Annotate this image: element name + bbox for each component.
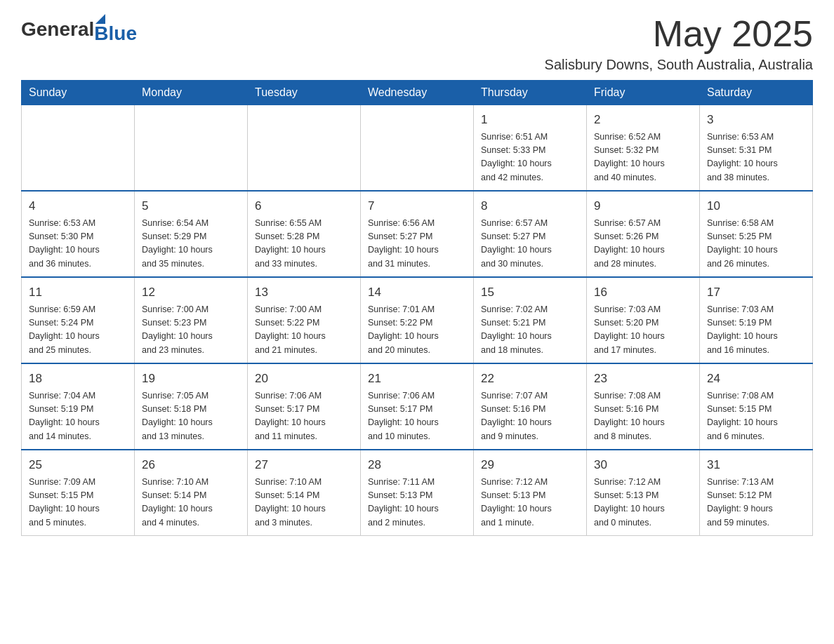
calendar-week-row: 4Sunrise: 6:53 AM Sunset: 5:30 PM Daylig…: [22, 191, 813, 277]
day-number: 18: [29, 370, 127, 388]
day-of-week-header: Wednesday: [361, 81, 474, 105]
day-sun-info: Sunrise: 6:59 AM Sunset: 5:24 PM Dayligh…: [29, 303, 127, 358]
day-sun-info: Sunrise: 7:03 AM Sunset: 5:19 PM Dayligh…: [707, 303, 805, 358]
calendar-day-cell: 11Sunrise: 6:59 AM Sunset: 5:24 PM Dayli…: [22, 277, 135, 363]
calendar-day-cell: [22, 105, 135, 192]
day-of-week-header: Sunday: [22, 81, 135, 105]
day-sun-info: Sunrise: 7:05 AM Sunset: 5:18 PM Dayligh…: [142, 389, 240, 444]
calendar-day-cell: 16Sunrise: 7:03 AM Sunset: 5:20 PM Dayli…: [587, 277, 700, 363]
calendar-day-cell: 14Sunrise: 7:01 AM Sunset: 5:22 PM Dayli…: [361, 277, 474, 363]
month-title: May 2025: [545, 14, 813, 54]
day-sun-info: Sunrise: 7:03 AM Sunset: 5:20 PM Dayligh…: [594, 303, 692, 358]
calendar-day-cell: 20Sunrise: 7:06 AM Sunset: 5:17 PM Dayli…: [248, 363, 361, 450]
day-number: 4: [29, 197, 127, 215]
day-number: 5: [142, 197, 240, 215]
day-sun-info: Sunrise: 7:00 AM Sunset: 5:22 PM Dayligh…: [255, 303, 353, 358]
calendar-day-cell: 17Sunrise: 7:03 AM Sunset: 5:19 PM Dayli…: [700, 277, 813, 363]
day-number: 23: [594, 370, 692, 388]
day-of-week-header: Tuesday: [248, 81, 361, 105]
day-number: 7: [368, 197, 466, 215]
day-sun-info: Sunrise: 7:06 AM Sunset: 5:17 PM Dayligh…: [368, 389, 466, 444]
calendar-week-row: 25Sunrise: 7:09 AM Sunset: 5:15 PM Dayli…: [22, 450, 813, 536]
day-of-week-header: Friday: [587, 81, 700, 105]
day-sun-info: Sunrise: 6:52 AM Sunset: 5:32 PM Dayligh…: [594, 130, 692, 185]
calendar-day-cell: 31Sunrise: 7:13 AM Sunset: 5:12 PM Dayli…: [700, 450, 813, 536]
day-sun-info: Sunrise: 7:10 AM Sunset: 5:14 PM Dayligh…: [255, 476, 353, 530]
calendar-day-cell: 19Sunrise: 7:05 AM Sunset: 5:18 PM Dayli…: [135, 363, 248, 450]
calendar-day-cell: [248, 105, 361, 192]
calendar-week-row: 1Sunrise: 6:51 AM Sunset: 5:33 PM Daylig…: [22, 105, 813, 192]
day-sun-info: Sunrise: 6:53 AM Sunset: 5:31 PM Dayligh…: [707, 130, 805, 185]
day-number: 10: [707, 197, 805, 215]
day-sun-info: Sunrise: 7:02 AM Sunset: 5:21 PM Dayligh…: [481, 303, 579, 358]
day-number: 14: [368, 283, 466, 302]
calendar-day-cell: 28Sunrise: 7:11 AM Sunset: 5:13 PM Dayli…: [361, 450, 474, 536]
day-sun-info: Sunrise: 7:11 AM Sunset: 5:13 PM Dayligh…: [368, 476, 466, 530]
calendar-day-cell: 24Sunrise: 7:08 AM Sunset: 5:15 PM Dayli…: [700, 363, 813, 450]
day-number: 22: [481, 370, 579, 388]
calendar-day-cell: 6Sunrise: 6:55 AM Sunset: 5:28 PM Daylig…: [248, 191, 361, 277]
day-sun-info: Sunrise: 7:01 AM Sunset: 5:22 PM Dayligh…: [368, 303, 466, 358]
day-number: 17: [707, 283, 805, 302]
day-number: 8: [481, 197, 579, 215]
day-sun-info: Sunrise: 7:12 AM Sunset: 5:13 PM Dayligh…: [594, 476, 692, 530]
day-sun-info: Sunrise: 7:04 AM Sunset: 5:19 PM Dayligh…: [29, 389, 127, 444]
day-number: 24: [707, 370, 805, 388]
calendar-day-cell: 26Sunrise: 7:10 AM Sunset: 5:14 PM Dayli…: [135, 450, 248, 536]
day-number: 13: [255, 283, 353, 302]
calendar-week-row: 18Sunrise: 7:04 AM Sunset: 5:19 PM Dayli…: [22, 363, 813, 450]
calendar-day-cell: 22Sunrise: 7:07 AM Sunset: 5:16 PM Dayli…: [474, 363, 587, 450]
calendar-day-cell: 29Sunrise: 7:12 AM Sunset: 5:13 PM Dayli…: [474, 450, 587, 536]
calendar-day-cell: 1Sunrise: 6:51 AM Sunset: 5:33 PM Daylig…: [474, 105, 587, 192]
day-number: 30: [594, 456, 692, 474]
calendar-day-cell: 15Sunrise: 7:02 AM Sunset: 5:21 PM Dayli…: [474, 277, 587, 363]
calendar-day-cell: 21Sunrise: 7:06 AM Sunset: 5:17 PM Dayli…: [361, 363, 474, 450]
calendar-day-cell: 3Sunrise: 6:53 AM Sunset: 5:31 PM Daylig…: [700, 105, 813, 192]
day-sun-info: Sunrise: 6:51 AM Sunset: 5:33 PM Dayligh…: [481, 130, 579, 185]
logo-blue-part: Blue: [94, 14, 137, 45]
day-sun-info: Sunrise: 7:06 AM Sunset: 5:17 PM Dayligh…: [255, 389, 353, 444]
day-number: 16: [594, 283, 692, 302]
calendar-day-cell: 10Sunrise: 6:58 AM Sunset: 5:25 PM Dayli…: [700, 191, 813, 277]
day-sun-info: Sunrise: 7:10 AM Sunset: 5:14 PM Dayligh…: [142, 476, 240, 530]
calendar-day-cell: 8Sunrise: 6:57 AM Sunset: 5:27 PM Daylig…: [474, 191, 587, 277]
day-of-week-header: Saturday: [700, 81, 813, 105]
day-sun-info: Sunrise: 7:00 AM Sunset: 5:23 PM Dayligh…: [142, 303, 240, 358]
day-sun-info: Sunrise: 6:53 AM Sunset: 5:30 PM Dayligh…: [29, 217, 127, 271]
calendar-day-cell: 18Sunrise: 7:04 AM Sunset: 5:19 PM Dayli…: [22, 363, 135, 450]
day-sun-info: Sunrise: 6:58 AM Sunset: 5:25 PM Dayligh…: [707, 217, 805, 271]
day-number: 21: [368, 370, 466, 388]
day-sun-info: Sunrise: 6:57 AM Sunset: 5:27 PM Dayligh…: [481, 217, 579, 271]
calendar-day-cell: 13Sunrise: 7:00 AM Sunset: 5:22 PM Dayli…: [248, 277, 361, 363]
calendar-day-cell: 12Sunrise: 7:00 AM Sunset: 5:23 PM Dayli…: [135, 277, 248, 363]
day-number: 6: [255, 197, 353, 215]
logo-blue-text: Blue: [94, 22, 137, 45]
day-number: 1: [481, 111, 579, 129]
calendar-day-cell: 4Sunrise: 6:53 AM Sunset: 5:30 PM Daylig…: [22, 191, 135, 277]
location-title: Salisbury Downs, South Australia, Austra…: [545, 57, 813, 73]
calendar-day-cell: 30Sunrise: 7:12 AM Sunset: 5:13 PM Dayli…: [587, 450, 700, 536]
calendar-header-row: SundayMondayTuesdayWednesdayThursdayFrid…: [22, 81, 813, 105]
page-header: General Blue May 2025 Salisbury Downs, S…: [21, 14, 813, 73]
calendar-day-cell: [135, 105, 248, 192]
day-sun-info: Sunrise: 7:07 AM Sunset: 5:16 PM Dayligh…: [481, 389, 579, 444]
day-sun-info: Sunrise: 6:54 AM Sunset: 5:29 PM Dayligh…: [142, 217, 240, 271]
day-sun-info: Sunrise: 6:56 AM Sunset: 5:27 PM Dayligh…: [368, 217, 466, 271]
day-number: 11: [29, 283, 127, 302]
day-number: 20: [255, 370, 353, 388]
calendar-day-cell: 7Sunrise: 6:56 AM Sunset: 5:27 PM Daylig…: [361, 191, 474, 277]
day-number: 26: [142, 456, 240, 474]
day-sun-info: Sunrise: 7:09 AM Sunset: 5:15 PM Dayligh…: [29, 476, 127, 530]
day-sun-info: Sunrise: 7:08 AM Sunset: 5:16 PM Dayligh…: [594, 389, 692, 444]
calendar-day-cell: [361, 105, 474, 192]
day-number: 3: [707, 111, 805, 129]
day-number: 12: [142, 283, 240, 302]
logo: General Blue: [21, 14, 137, 45]
calendar-day-cell: 2Sunrise: 6:52 AM Sunset: 5:32 PM Daylig…: [587, 105, 700, 192]
day-sun-info: Sunrise: 7:12 AM Sunset: 5:13 PM Dayligh…: [481, 476, 579, 530]
calendar-day-cell: 5Sunrise: 6:54 AM Sunset: 5:29 PM Daylig…: [135, 191, 248, 277]
day-number: 2: [594, 111, 692, 129]
day-number: 19: [142, 370, 240, 388]
calendar-week-row: 11Sunrise: 6:59 AM Sunset: 5:24 PM Dayli…: [22, 277, 813, 363]
day-of-week-header: Thursday: [474, 81, 587, 105]
